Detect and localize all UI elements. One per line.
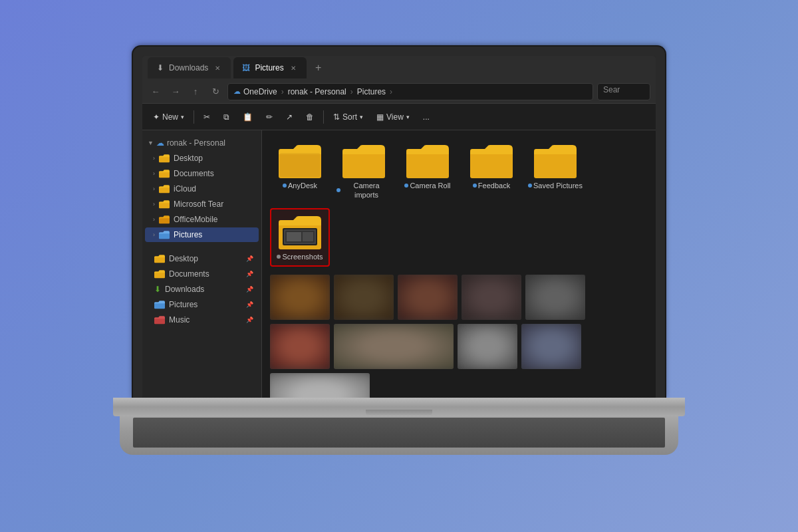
- camera-imports-label: Camera imports: [336, 181, 391, 200]
- file-explorer: ⬇ Downloads ✕ 🖼 Pictures ✕ + ←: [142, 56, 656, 399]
- new-button[interactable]: ✦ New ▾: [148, 110, 190, 124]
- tab-pictures-close[interactable]: ✕: [288, 63, 299, 73]
- pin-icon-desktop: 📌: [246, 255, 253, 262]
- pin-desktop-folder-icon: [154, 254, 165, 263]
- svg-rect-11: [280, 153, 320, 177]
- share-button[interactable]: ↗: [281, 110, 298, 124]
- msteams-folder-icon: [159, 200, 170, 209]
- documents-chevron: ›: [153, 170, 155, 177]
- camera-imports-dot: [336, 188, 340, 192]
- image-thumb-4[interactable]: [462, 275, 521, 320]
- icloud-folder-icon: [159, 184, 170, 194]
- anydesk-folder-thumb: [279, 144, 321, 178]
- sidebar-item-pin-downloads[interactable]: ⬇ Downloads 📌: [145, 282, 259, 297]
- tab-downloads-close[interactable]: ✕: [212, 63, 223, 73]
- pin-music-folder-icon: [154, 315, 165, 325]
- image-thumb-2[interactable]: [334, 275, 394, 320]
- sidebar-item-pin-pictures[interactable]: Pictures 📌: [145, 297, 259, 312]
- search-box[interactable]: Sear: [597, 83, 650, 100]
- add-tab-button[interactable]: +: [309, 59, 328, 77]
- saved-pictures-dot: [528, 184, 532, 188]
- up-button[interactable]: ↑: [188, 84, 203, 100]
- cut-button[interactable]: ✂: [198, 110, 215, 124]
- sidebar-documents-label: Documents: [174, 169, 214, 178]
- breadcrumb-onedrive: OneDrive: [243, 87, 277, 96]
- copy-button[interactable]: ⧉: [218, 110, 235, 124]
- sidebar-item-pin-desktop[interactable]: Desktop 📌: [145, 251, 259, 266]
- sidebar-item-icloud[interactable]: › iCloud: [145, 182, 259, 196]
- image-thumb-8[interactable]: [458, 324, 517, 369]
- folder-feedback[interactable]: Feedback: [462, 138, 521, 204]
- download-icon: ⬇: [156, 63, 165, 72]
- rename-button[interactable]: ✏: [261, 110, 278, 124]
- image-thumb-5[interactable]: [525, 275, 585, 320]
- image-thumb-7[interactable]: [334, 324, 454, 369]
- view-icon: ▦: [376, 112, 384, 122]
- back-button[interactable]: ←: [148, 84, 164, 100]
- pin-icon-documents: 📌: [246, 271, 253, 277]
- sort-icon: ⇅: [333, 112, 340, 122]
- forward-button[interactable]: →: [168, 84, 184, 100]
- tab-downloads[interactable]: ⬇ Downloads ✕: [148, 57, 231, 78]
- feedback-folder-thumb: [470, 144, 513, 178]
- address-path[interactable]: ☁ OneDrive › ronak - Personal › Pictures…: [227, 83, 593, 100]
- folder-camera-imports[interactable]: Camera imports: [334, 138, 394, 204]
- view-chevron: ▾: [406, 114, 410, 120]
- screenshots-folder-svg: [279, 215, 321, 249]
- tab-downloads-label: Downloads: [169, 63, 208, 72]
- sidebar-item-desktop[interactable]: › Desktop: [145, 151, 259, 166]
- divider-2: [323, 110, 324, 124]
- image-thumb-3[interactable]: [398, 275, 458, 320]
- sidebar-item-officemobile[interactable]: › OfficeMobile: [145, 212, 259, 227]
- camera-imports-folder-thumb: [342, 144, 385, 178]
- image-thumb-9[interactable]: [521, 324, 581, 369]
- image-thumb-6[interactable]: [270, 324, 330, 369]
- new-icon: ✦: [153, 112, 160, 122]
- sidebar-item-microsoft-teams[interactable]: › Microsoft Tear: [145, 197, 259, 211]
- sidebar-item-pictures[interactable]: › Pictures: [145, 227, 259, 242]
- pictures-icon: 🖼: [241, 63, 251, 72]
- content-area: ▼ ☁ ronak - Personal › Desktop: [142, 130, 656, 399]
- sidebar-item-pin-documents[interactable]: Documents 📌: [145, 267, 259, 281]
- pin-icon-pictures: 📌: [246, 301, 253, 308]
- saved-pictures-folder-thumb: [534, 144, 577, 178]
- screenshots-folder-thumb: [279, 215, 321, 249]
- folder-screenshots[interactable]: Screenshots: [270, 208, 330, 267]
- view-label: View: [386, 112, 404, 122]
- delete-button[interactable]: 🗑: [301, 110, 319, 124]
- pin-icon-music: 📌: [246, 317, 253, 323]
- paste-button[interactable]: 📋: [237, 110, 258, 124]
- refresh-button[interactable]: ↻: [207, 84, 223, 100]
- folder-anydesk[interactable]: AnyDesk: [270, 138, 330, 204]
- files-area: AnyDesk Cam: [262, 130, 656, 399]
- laptop: ⬇ Downloads ✕ 🖼 Pictures ✕ + ←: [113, 47, 685, 485]
- image-thumb-1[interactable]: [270, 275, 330, 320]
- camera-roll-folder-thumb: [406, 144, 449, 178]
- svg-rect-20: [287, 232, 301, 241]
- pin-pictures-folder-icon: [154, 300, 165, 309]
- sidebar-pin-music-label: Music: [169, 315, 190, 325]
- title-bar: ⬇ Downloads ✕ 🖼 Pictures ✕ +: [142, 56, 656, 80]
- camera-roll-label: Camera Roll: [404, 181, 450, 190]
- pictures-nav-chevron: ›: [153, 231, 155, 238]
- sort-label: Sort: [342, 112, 357, 122]
- saved-pictures-label: Saved Pictures: [528, 181, 583, 190]
- sidebar-root-label: ronak - Personal: [167, 138, 225, 148]
- feedback-label: Feedback: [473, 181, 510, 190]
- sidebar-item-documents[interactable]: › Documents: [145, 166, 259, 181]
- divider-1: [194, 110, 194, 124]
- camera-roll-dot: [404, 184, 408, 188]
- sidebar-pin-desktop-label: Desktop: [169, 254, 198, 263]
- image-thumb-10[interactable]: [270, 373, 370, 399]
- sidebar-msteams-label: Microsoft Tear: [174, 200, 223, 209]
- sidebar-item-pin-music[interactable]: Music 📌: [145, 313, 259, 327]
- expand-chevron: ▼: [148, 140, 154, 146]
- tab-pictures[interactable]: 🖼 Pictures ✕: [233, 57, 306, 78]
- view-button[interactable]: ▦ View ▾: [371, 110, 415, 124]
- sort-button[interactable]: ⇅ Sort ▾: [328, 110, 368, 124]
- more-button[interactable]: ...: [418, 110, 435, 124]
- folder-saved-pictures[interactable]: Saved Pictures: [525, 138, 585, 204]
- sort-chevron: ▾: [360, 114, 363, 120]
- sidebar-header-ronak[interactable]: ▼ ☁ ronak - Personal: [142, 136, 261, 150]
- folder-camera-roll[interactable]: Camera Roll: [398, 138, 458, 204]
